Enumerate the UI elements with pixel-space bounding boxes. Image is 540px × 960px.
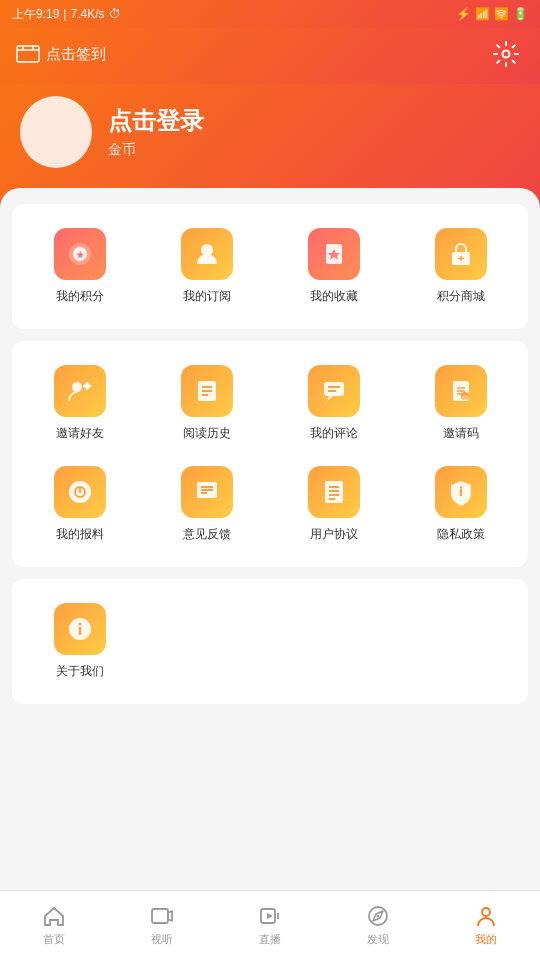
my-collect-item[interactable]: 我的收藏 xyxy=(274,220,393,313)
history-icon xyxy=(181,365,233,417)
collect-label: 我的收藏 xyxy=(310,288,358,305)
subscribe-icon xyxy=(181,228,233,280)
privacy-policy-item[interactable]: 隐私政策 xyxy=(401,458,520,551)
svg-point-49 xyxy=(78,623,81,626)
svg-point-58 xyxy=(482,908,490,916)
svg-point-57 xyxy=(377,915,380,918)
third-grid-card: 关于我们 xyxy=(12,579,528,704)
code-label: 邀请码 xyxy=(443,425,479,442)
status-speed: 7.4K/s xyxy=(70,7,104,21)
shop-label: 积分商城 xyxy=(437,288,485,305)
feedback-label: 意见反馈 xyxy=(183,526,231,543)
nav-discover-label: 发现 xyxy=(367,932,389,947)
report-label: 我的报料 xyxy=(56,526,104,543)
settings-icon xyxy=(493,41,519,67)
discover-icon xyxy=(366,904,390,928)
nav-live-label: 直播 xyxy=(259,932,281,947)
second-grid-card: 邀请好友 阅读历史 xyxy=(12,341,528,567)
status-left: 上午9:19 | 7.4K/s ⏱ xyxy=(12,6,121,23)
invite-icon xyxy=(54,365,106,417)
feedback-item[interactable]: 意见反馈 xyxy=(147,458,266,551)
profile-coins: 金币 xyxy=(108,141,204,159)
comment-icon xyxy=(308,365,360,417)
about-icon xyxy=(54,603,106,655)
code-icon: @ xyxy=(435,365,487,417)
svg-point-4 xyxy=(503,51,510,58)
nav-video[interactable]: 视听 xyxy=(108,896,216,955)
live-icon xyxy=(258,904,282,928)
svg-point-35 xyxy=(78,491,80,493)
settings-button[interactable] xyxy=(488,36,524,72)
user-icon xyxy=(474,904,498,928)
subscribe-label: 我的订阅 xyxy=(183,288,231,305)
svg-rect-22 xyxy=(324,382,344,396)
my-subscribe-item[interactable]: 我的订阅 xyxy=(147,220,266,313)
read-history-item[interactable]: 阅读历史 xyxy=(147,357,266,450)
checkin-icon xyxy=(16,45,40,63)
svg-rect-50 xyxy=(152,909,168,923)
my-comment-item[interactable]: 我的评论 xyxy=(274,357,393,450)
privacy-label: 隐私政策 xyxy=(437,526,485,543)
profile-info: 点击登录 金币 xyxy=(108,105,204,159)
checkin-button[interactable]: 点击签到 xyxy=(16,45,106,64)
svg-rect-0 xyxy=(17,46,39,62)
my-report-item[interactable]: 我的报料 xyxy=(20,458,139,551)
nav-home[interactable]: 首页 xyxy=(0,896,108,955)
points-label: 我的积分 xyxy=(56,288,104,305)
shop-icon xyxy=(435,228,487,280)
header: 点击签到 xyxy=(0,28,540,84)
content-area: ★ 我的积分 我的订阅 xyxy=(0,188,540,732)
profile-name[interactable]: 点击登录 xyxy=(108,105,204,137)
svg-marker-53 xyxy=(267,913,273,919)
status-right: ⚡ 📶 🛜 🔋 xyxy=(456,7,528,21)
video-icon xyxy=(150,904,174,928)
nav-mine[interactable]: 我的 xyxy=(432,896,540,955)
status-network: | xyxy=(63,7,66,21)
invite-code-item[interactable]: @ 邀请码 xyxy=(401,357,520,450)
agreement-label: 用户协议 xyxy=(310,526,358,543)
agreement-icon xyxy=(308,466,360,518)
svg-marker-51 xyxy=(168,911,172,921)
nav-home-label: 首页 xyxy=(43,932,65,947)
comment-label: 我的评论 xyxy=(310,425,358,442)
history-label: 阅读历史 xyxy=(183,425,231,442)
status-bar: 上午9:19 | 7.4K/s ⏱ ⚡ 📶 🛜 🔋 xyxy=(0,0,540,28)
nav-live[interactable]: 直播 xyxy=(216,896,324,955)
about-us-item[interactable]: 关于我们 xyxy=(20,595,139,688)
about-label: 关于我们 xyxy=(56,663,104,680)
my-points-item[interactable]: ★ 我的积分 xyxy=(20,220,139,313)
user-agreement-item[interactable]: 用户协议 xyxy=(274,458,393,551)
collect-icon xyxy=(308,228,360,280)
svg-marker-23 xyxy=(327,396,333,401)
avatar[interactable] xyxy=(20,96,92,168)
bottom-nav: 首页 视听 直播 发现 我的 xyxy=(0,890,540,960)
privacy-icon xyxy=(435,466,487,518)
nav-mine-label: 我的 xyxy=(475,932,497,947)
status-time: 上午9:19 xyxy=(12,6,59,23)
first-grid: ★ 我的积分 我的订阅 xyxy=(20,220,520,313)
nav-discover[interactable]: 发现 xyxy=(324,896,432,955)
bluetooth-icon: ⚡ xyxy=(456,7,471,21)
invite-label: 邀请好友 xyxy=(56,425,104,442)
second-grid: 邀请好友 阅读历史 xyxy=(20,357,520,551)
timer-icon: ⏱ xyxy=(109,7,121,21)
home-icon xyxy=(42,904,66,928)
checkin-label: 点击签到 xyxy=(46,45,106,64)
feedback-icon xyxy=(181,466,233,518)
signal-icon: 📶 xyxy=(475,7,490,21)
svg-text:★: ★ xyxy=(76,250,85,260)
svg-text:@: @ xyxy=(461,394,467,400)
points-icon: ★ xyxy=(54,228,106,280)
svg-point-46 xyxy=(459,486,462,489)
invite-friends-item[interactable]: 邀请好友 xyxy=(20,357,139,450)
svg-point-14 xyxy=(72,382,82,392)
third-grid: 关于我们 xyxy=(20,595,520,688)
points-shop-item[interactable]: 积分商城 xyxy=(401,220,520,313)
report-icon xyxy=(54,466,106,518)
wifi-icon: 🛜 xyxy=(494,7,509,21)
battery-icon: 🔋 xyxy=(513,7,528,21)
nav-video-label: 视听 xyxy=(151,932,173,947)
first-grid-card: ★ 我的积分 我的订阅 xyxy=(12,204,528,329)
